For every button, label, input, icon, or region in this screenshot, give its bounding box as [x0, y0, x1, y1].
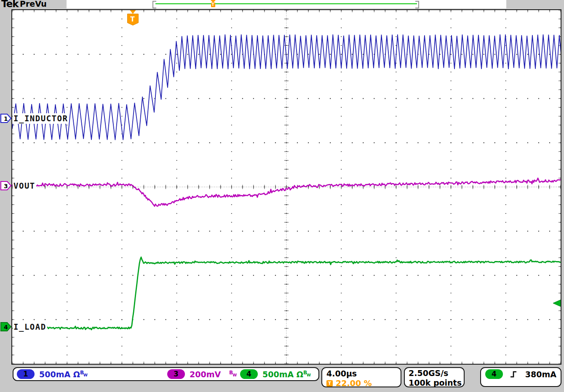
trace-i_inductor: [12, 35, 561, 140]
trigger-source-badge[interactable]: 4: [485, 369, 503, 379]
ch3-badge[interactable]: 3: [167, 369, 185, 379]
record-view-right-bracket[interactable]: [415, 1, 419, 8]
graticule: T I_INDUCTOR VOUT I_LOAD: [11, 9, 561, 365]
trigger-level-arrow-icon[interactable]: [553, 300, 561, 307]
record-view-strip: [67, 0, 506, 8]
sample-rate-readout: 2.50GS/s: [409, 368, 464, 378]
record-length-readout: 100k points: [409, 378, 464, 387]
trigger-flag-letter: T: [130, 16, 135, 23]
ch4-badge[interactable]: 4: [240, 369, 258, 379]
record-view-left-bracket[interactable]: [152, 1, 156, 8]
svg-text:1: 1: [4, 115, 8, 122]
waveform-traces: [12, 35, 561, 330]
ch3-scale-readout: 200mV BW: [190, 370, 237, 379]
timebase-scale: 4.00µs: [326, 369, 401, 378]
waveform-plot: T: [12, 10, 561, 364]
trigger-position-readout: 22.00 %: [336, 379, 372, 388]
ch4-readout[interactable]: 4 500mA ΩBW: [240, 368, 311, 380]
svg-text:4: 4: [4, 324, 8, 331]
record-view-trigger-marker-icon[interactable]: T: [211, 0, 216, 8]
ch1-position-marker[interactable]: 1: [0, 114, 11, 123]
tek-logo: Tek: [1, 0, 19, 9]
waveform-label-ch4: I_LOAD: [13, 322, 47, 332]
ch1-readout[interactable]: 1 500mA ΩBW: [17, 368, 88, 380]
omega-coupling-icon: Ω: [297, 370, 303, 379]
ch3-position-marker[interactable]: 3: [0, 181, 11, 190]
acquisition-mode-label: PreVu: [20, 0, 47, 8]
timebase-readout-box[interactable]: 4.00µs T 22.00 %: [321, 367, 401, 387]
trigger-level-readout: 380mA: [525, 370, 556, 379]
ch4-position-marker[interactable]: 4: [0, 322, 11, 331]
waveform-label-ch1: I_INDUCTOR: [13, 113, 69, 124]
record-view-waveform-line: [155, 3, 417, 4]
trigger-t-icon: T: [211, 3, 215, 7]
svg-text:3: 3: [4, 183, 8, 189]
rising-edge-icon: [509, 370, 519, 379]
omega-coupling-icon: Ω: [73, 370, 80, 379]
grid-dots: [12, 10, 561, 364]
waveform-label-ch3: VOUT: [13, 181, 36, 191]
trigger-readout-box[interactable]: 4 380mA: [480, 367, 561, 387]
ch1-scale-readout: 500mA ΩBW: [39, 370, 88, 379]
channel-readouts-box: 1 500mA ΩBW 3 200mV BW 4 500mA ΩBW: [13, 367, 319, 381]
ch1-badge[interactable]: 1: [17, 369, 35, 379]
ch4-scale-readout: 500mA ΩBW: [262, 370, 311, 379]
trigger-position-arrow-icon[interactable]: [130, 10, 136, 14]
oscilloscope-screen: Tek PreVu T T I_INDUCTOR VOUT I_LOAD 1 3…: [0, 0, 564, 392]
ch3-readout[interactable]: 3 200mV BW: [167, 368, 237, 380]
acquisition-readout-box[interactable]: 2.50GS/s 100k points: [404, 367, 465, 387]
trigger-position-icon: T: [326, 380, 333, 387]
